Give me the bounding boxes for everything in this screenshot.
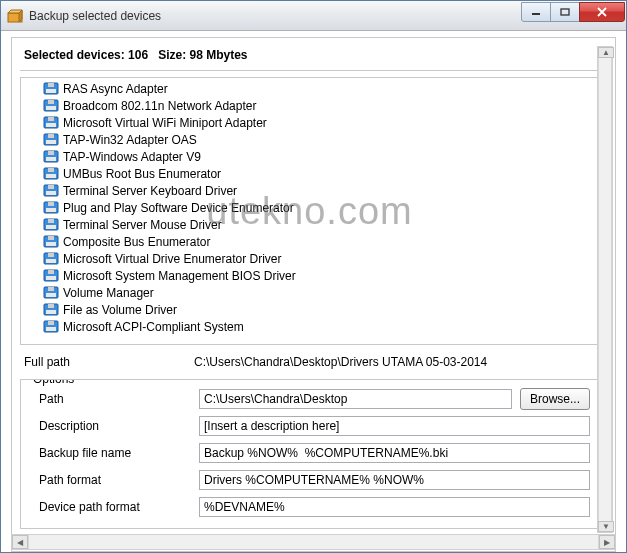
svg-rect-40: [46, 276, 56, 280]
svg-rect-15: [48, 134, 54, 138]
svg-rect-39: [48, 270, 54, 274]
scroll-up-icon[interactable]: ▲: [598, 47, 614, 58]
svg-rect-45: [48, 304, 54, 308]
tree-item-label: Volume Manager: [63, 286, 154, 300]
options-group: Options Path Browse... Description Backu…: [20, 379, 599, 529]
svg-rect-42: [48, 287, 54, 291]
device-path-format-input[interactable]: [199, 497, 590, 517]
tree-item[interactable]: TAP-Win32 Adapter OAS: [21, 131, 598, 148]
full-path-value: C:\Users\Chandra\Desktop\Drivers UTAMA 0…: [194, 355, 487, 369]
svg-rect-19: [46, 157, 56, 161]
full-path-row: Full path C:\Users\Chandra\Desktop\Drive…: [20, 345, 599, 377]
tree-item-label: Broadcom 802.11n Network Adapter: [63, 99, 256, 113]
tree-item-label: TAP-Win32 Adapter OAS: [63, 133, 197, 147]
tree-item[interactable]: TAP-Windows Adapter V9: [21, 148, 598, 165]
main-panel: Selected devices: 106 Size: 98 Mbytes RA…: [11, 37, 616, 552]
path-label: Path: [29, 392, 199, 406]
summary-header: Selected devices: 106 Size: 98 Mbytes: [20, 46, 599, 71]
tree-item[interactable]: Terminal Server Mouse Driver: [21, 216, 598, 233]
vertical-scrollbar[interactable]: ▲ ▼: [597, 46, 613, 533]
disk-icon: [43, 303, 59, 316]
svg-rect-4: [561, 9, 569, 15]
browse-button[interactable]: Browse...: [520, 388, 590, 410]
disk-icon: [43, 286, 59, 299]
disk-icon: [43, 320, 59, 333]
disk-icon: [43, 201, 59, 214]
tree-item[interactable]: Microsoft Virtual Drive Enumerator Drive…: [21, 250, 598, 267]
options-legend: Options: [29, 379, 78, 386]
svg-rect-7: [46, 89, 56, 93]
svg-rect-16: [46, 140, 56, 144]
tree-item[interactable]: Volume Manager: [21, 284, 598, 301]
tree-item[interactable]: Broadcom 802.11n Network Adapter: [21, 97, 598, 114]
tree-item[interactable]: Plug and Play Software Device Enumerator: [21, 199, 598, 216]
svg-rect-49: [46, 327, 56, 331]
tree-item-label: TAP-Windows Adapter V9: [63, 150, 201, 164]
app-icon: [7, 8, 23, 24]
tree-item[interactable]: Microsoft Virtual WiFi Miniport Adapter: [21, 114, 598, 131]
tree-item-label: Terminal Server Keyboard Driver: [63, 184, 237, 198]
tree-item[interactable]: Composite Bus Enumerator: [21, 233, 598, 250]
path-format-label: Path format: [29, 473, 199, 487]
tree-item[interactable]: RAS Async Adapter: [21, 80, 598, 97]
scroll-left-icon[interactable]: ◀: [12, 535, 28, 549]
svg-rect-3: [532, 13, 540, 15]
tree-item[interactable]: UMBus Root Bus Enumerator: [21, 165, 598, 182]
backup-file-name-label: Backup file name: [29, 446, 199, 460]
path-format-input[interactable]: [199, 470, 590, 490]
tree-item-label: Microsoft Virtual Drive Enumerator Drive…: [63, 252, 282, 266]
horizontal-scrollbar[interactable]: ◀ ▶: [11, 534, 616, 550]
tree-item[interactable]: Microsoft ACPI-Compliant System: [21, 318, 598, 335]
svg-rect-21: [48, 168, 54, 172]
device-tree[interactable]: RAS Async AdapterBroadcom 802.11n Networ…: [20, 77, 599, 345]
tree-item[interactable]: Microsoft System Management BIOS Driver: [21, 267, 598, 284]
scroll-right-icon[interactable]: ▶: [599, 535, 615, 549]
full-path-label: Full path: [24, 355, 194, 369]
svg-rect-18: [48, 151, 54, 155]
svg-rect-27: [48, 202, 54, 206]
maximize-button[interactable]: [550, 2, 580, 22]
tree-item[interactable]: File as Volume Driver: [21, 301, 598, 318]
svg-rect-46: [46, 310, 56, 314]
tree-item-label: Plug and Play Software Device Enumerator: [63, 201, 294, 215]
disk-icon: [43, 167, 59, 180]
disk-icon: [43, 116, 59, 129]
minimize-button[interactable]: [521, 2, 551, 22]
close-button[interactable]: [579, 2, 625, 22]
description-label: Description: [29, 419, 199, 433]
svg-rect-31: [46, 225, 56, 229]
svg-rect-33: [48, 236, 54, 240]
svg-rect-24: [48, 185, 54, 189]
svg-rect-13: [46, 123, 56, 127]
svg-rect-36: [48, 253, 54, 257]
svg-rect-43: [46, 293, 56, 297]
window-buttons: [522, 2, 625, 22]
svg-rect-6: [48, 83, 54, 87]
disk-icon: [43, 269, 59, 282]
svg-rect-37: [46, 259, 56, 263]
path-input[interactable]: [199, 389, 512, 409]
tree-item[interactable]: Terminal Server Keyboard Driver: [21, 182, 598, 199]
tree-item-label: UMBus Root Bus Enumerator: [63, 167, 221, 181]
window-title: Backup selected devices: [29, 9, 161, 23]
tree-item-label: Microsoft Virtual WiFi Miniport Adapter: [63, 116, 267, 130]
tree-item-label: Composite Bus Enumerator: [63, 235, 210, 249]
svg-rect-22: [46, 174, 56, 178]
svg-rect-30: [48, 219, 54, 223]
description-input[interactable]: [199, 416, 590, 436]
backup-file-name-input[interactable]: [199, 443, 590, 463]
disk-icon: [43, 133, 59, 146]
scroll-down-icon[interactable]: ▼: [598, 521, 614, 532]
svg-rect-12: [48, 117, 54, 121]
disk-icon: [43, 82, 59, 95]
tree-item-label: RAS Async Adapter: [63, 82, 168, 96]
svg-rect-34: [46, 242, 56, 246]
svg-rect-9: [48, 100, 54, 104]
disk-icon: [43, 235, 59, 248]
svg-rect-48: [48, 321, 54, 325]
titlebar: Backup selected devices: [1, 1, 626, 31]
tree-item-label: Microsoft System Management BIOS Driver: [63, 269, 296, 283]
disk-icon: [43, 252, 59, 265]
tree-item-label: Microsoft ACPI-Compliant System: [63, 320, 244, 334]
disk-icon: [43, 150, 59, 163]
